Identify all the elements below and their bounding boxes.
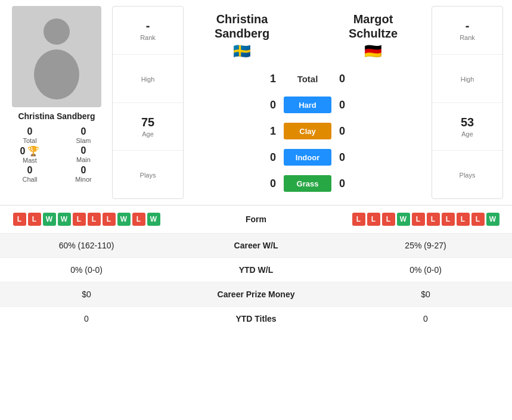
grass-left-score: 0 (267, 178, 279, 190)
left-total-label: Total (6, 137, 54, 144)
form-row: LLWWLLLWLW Form LLLWLLLLLW (0, 206, 512, 234)
right-detail-card: - Rank High 53 Age Plays (432, 6, 503, 199)
total-button[interactable]: Total (284, 70, 331, 87)
left-player-card: Christina Sandberg 0 Total 0 Slam 0 🏆 Ma… (6, 6, 107, 199)
right-age-label: Age (437, 130, 498, 138)
right-rank-row: - Rank (432, 7, 502, 55)
left-prize: $0 (12, 290, 161, 299)
left-chall-label: Chall (6, 176, 54, 183)
left-rank-label: Rank (117, 34, 178, 41)
bottom-stats: LLWWLLLWLW Form LLLWLLLLLW 60% (162-110)… (0, 205, 512, 331)
form-badge-l: L (442, 213, 455, 226)
left-rank-row: - Rank (113, 7, 183, 55)
form-badge-l: L (132, 213, 145, 226)
left-main-cell: 0 Main (60, 145, 107, 164)
clay-button[interactable]: Clay (284, 123, 331, 139)
indoor-button[interactable]: Indoor (284, 149, 331, 166)
form-badge-l: L (427, 213, 440, 226)
left-player-name: Christina Sandberg (18, 111, 95, 122)
left-plays-label: Plays (117, 172, 178, 179)
grass-button[interactable]: Grass (284, 175, 331, 192)
career-wl-row: 60% (162-110) Career W/L 25% (9-27) (0, 234, 512, 258)
form-label: Form (161, 214, 351, 224)
right-chall-label: Chall (508, 176, 512, 183)
form-badge-w: W (58, 213, 71, 226)
clay-row: 1 Clay 0 (188, 120, 427, 142)
left-ytd-titles: 0 (12, 314, 161, 323)
left-age-label: Age (117, 130, 178, 138)
indoor-left-score: 0 (267, 151, 279, 164)
left-chall-cell: 0 Chall (6, 165, 54, 183)
career-wl-label: Career W/L (161, 241, 351, 250)
right-age-row: 53 Age (432, 103, 502, 151)
right-total-label: Total (508, 137, 512, 144)
right-chall-value: 0 (508, 165, 512, 176)
form-badge-l: L (412, 213, 425, 226)
left-form: LLWWLLLWLW (12, 213, 161, 226)
left-age-value: 75 (117, 116, 178, 129)
right-rank-label: Rank (437, 34, 498, 41)
total-right-score: 0 (336, 73, 348, 85)
ytd-wl-label: YTD W/L (161, 265, 351, 275)
form-badge-l: L (13, 213, 26, 226)
left-total-cell: 0 Total (6, 126, 54, 144)
grass-row: 0 Grass 0 (188, 173, 427, 194)
left-detail-card: - Rank High 75 Age Plays (112, 6, 184, 199)
ytd-titles-row: 0 YTD Titles 0 (0, 307, 512, 331)
prize-row: $0 Career Prize Money $0 (0, 282, 512, 307)
left-chall-value: 0 (6, 165, 54, 176)
form-badge-l: L (103, 213, 116, 226)
left-player-stats: 0 Total 0 Slam 0 🏆 Mast 0 Main (6, 126, 107, 183)
form-badge-l: L (73, 213, 86, 226)
form-badge-l: L (367, 213, 380, 226)
hard-right-score: 0 (336, 99, 348, 111)
svg-point-1 (34, 49, 79, 99)
right-mast-cell: 0 🏆 Mast (508, 145, 512, 164)
indoor-row: 0 Indoor 0 (188, 147, 427, 168)
right-plays-row: Plays (432, 151, 502, 198)
left-high-row: High (113, 55, 183, 103)
clay-right-score: 0 (336, 125, 348, 138)
left-slam-value: 0 (60, 126, 107, 137)
left-main-value: 0 (60, 145, 107, 156)
right-high-label: High (437, 76, 498, 83)
ytd-wl-row: 0% (0-0) YTD W/L 0% (0-0) (0, 258, 512, 282)
form-badge-w: W (147, 213, 160, 226)
total-left-score: 1 (267, 73, 279, 85)
left-high-label: High (117, 76, 178, 83)
left-flag: 🇸🇪 (188, 43, 296, 60)
top-section: Christina Sandberg 0 Total 0 Slam 0 🏆 Ma… (0, 0, 512, 205)
left-rank-value: - (117, 19, 178, 33)
left-mast-value: 0 (20, 146, 26, 157)
form-badge-w: W (43, 213, 56, 226)
right-flag: 🇩🇪 (319, 43, 427, 60)
hard-row: 0 Hard 0 (188, 94, 427, 116)
left-player-silhouette (27, 12, 86, 101)
center-right-name: Margot Schultze (319, 12, 427, 41)
right-total-value: 0 (508, 126, 512, 137)
right-player-stats: 0 Total 0 Slam 0 🏆 Mast 0 Main (508, 126, 512, 183)
right-high-row: High (432, 55, 502, 103)
hard-left-score: 0 (267, 99, 279, 111)
right-plays-label: Plays (437, 172, 498, 179)
match-stats-col: Christina Sandberg Margot Schultze 🇸🇪 🇩🇪… (188, 6, 427, 199)
form-badge-l: L (457, 213, 470, 226)
clay-left-score: 1 (267, 125, 279, 138)
right-chall-cell: 0 Chall (508, 165, 512, 183)
grass-right-score: 0 (336, 178, 348, 190)
right-career-wl: 25% (9-27) (351, 241, 500, 250)
left-slam-label: Slam (60, 137, 107, 144)
right-mast-label: Mast (508, 157, 512, 164)
left-trophy-icon: 🏆 (27, 145, 39, 157)
left-minor-label: Minor (60, 176, 107, 183)
ytd-titles-label: YTD Titles (161, 314, 351, 323)
svg-point-0 (44, 18, 70, 45)
left-total-value: 0 (6, 126, 54, 137)
total-row: 1 Total 0 (188, 68, 427, 89)
left-age-row: 75 Age (113, 103, 183, 151)
right-total-cell: 0 Total (508, 126, 512, 144)
right-rank-value: - (437, 19, 498, 33)
form-badge-l: L (28, 213, 41, 226)
hard-button[interactable]: Hard (284, 97, 331, 113)
right-player-card: Margot Schultze 0 Total 0 Slam 0 🏆 Mast (508, 6, 512, 199)
